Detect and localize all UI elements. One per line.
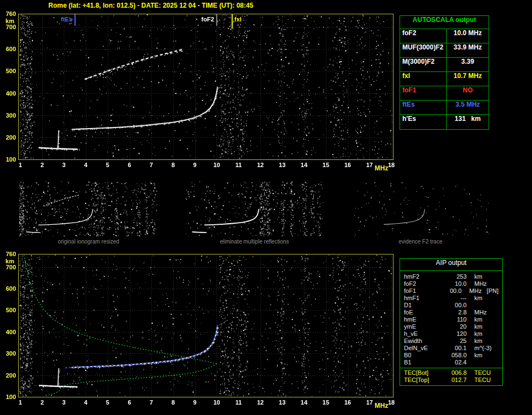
aip-param-unit: MHz xyxy=(474,280,487,287)
aip-row: D100.0 xyxy=(400,302,502,309)
autoscala-param-value: 131 km xyxy=(447,115,489,129)
aip-param-name: h_vE xyxy=(404,330,446,337)
top-ionogram-plot xyxy=(0,10,398,173)
autoscala-param-value: 10.7 MHz xyxy=(447,72,489,86)
aip-param-unit: km xyxy=(474,316,483,323)
bottom-ionogram-plot xyxy=(0,250,398,415)
aip-param-value: 006.8 xyxy=(446,369,467,377)
aip-param-value: 120 xyxy=(446,330,467,337)
aip-param-name: hmF2 xyxy=(404,273,446,280)
aip-param-unit: km xyxy=(474,273,483,280)
aip-param-value: 20 xyxy=(446,323,467,330)
autoscala-row: h'Es131 km xyxy=(400,115,489,129)
aip-param-name: foF2 xyxy=(404,280,446,287)
autoscala-row: M(3000)F23.39 xyxy=(400,58,489,72)
autoscala-table-title: AUTOSCALA output xyxy=(400,16,489,29)
aip-row: DelN_vE00.1m^(-3) xyxy=(400,345,502,352)
aip-param-name: B0 xyxy=(404,352,446,359)
thumbnail-evidence-f2-trace xyxy=(351,181,490,236)
thumbnail-eliminate-reflections xyxy=(185,181,324,236)
autoscala-param-name: fxI xyxy=(400,72,447,86)
aip-row: B0058.0km xyxy=(400,352,502,359)
aip-param-name: ymE xyxy=(404,323,446,330)
aip-param-name: B1 xyxy=(404,359,446,366)
aip-param-name: foE xyxy=(404,309,446,316)
aip-row: foF210.0MHz xyxy=(400,280,502,287)
autoscala-param-value: 3.39 xyxy=(447,58,489,71)
aip-param-name: TEC[Bot] xyxy=(404,369,446,377)
autoscala-param-value: 10.0 MHz xyxy=(447,29,489,43)
autoscala-param-name: foF2 xyxy=(400,29,447,43)
autoscala-param-value: NO xyxy=(447,86,489,100)
autoscala-param-name: h'Es xyxy=(400,115,447,129)
aip-row: hmF1---km xyxy=(400,295,502,302)
aip-param-name: Ewidth xyxy=(404,337,446,345)
aip-param-value: 00.0 xyxy=(442,287,462,295)
aip-row: TEC[Top]012.7TECU xyxy=(400,377,502,384)
aip-param-value: 253 xyxy=(446,273,467,280)
aip-row: B102.4 xyxy=(400,359,502,366)
aip-table-title: AIP output xyxy=(400,259,502,271)
aip-param-value: 012.7 xyxy=(446,377,467,384)
autoscala-row: fxI10.7 MHz xyxy=(400,72,489,86)
autoscala-param-name: M(3000)F2 xyxy=(400,58,447,71)
aip-param-unit: km xyxy=(474,330,483,337)
aip-param-unit: km xyxy=(474,352,483,359)
autoscala-table-rows: foF210.0 MHzMUF(3000)F233.9 MHzM(3000)F2… xyxy=(400,29,489,129)
aip-row: hmE110km xyxy=(400,316,502,323)
aip-row: ymE20km xyxy=(400,323,502,330)
aip-param-value: 00.1 xyxy=(446,345,467,352)
aip-param-name: hmF1 xyxy=(404,295,446,302)
thumbnail-original-ionogram xyxy=(19,181,158,236)
aip-param-name: D1 xyxy=(404,302,446,309)
aip-param-value: 110 xyxy=(446,316,467,323)
autoscala-output-table: AUTOSCALA output foF210.0 MHzMUF(3000)F2… xyxy=(400,15,489,130)
autoscala-row: MUF(3000)F233.9 MHz xyxy=(400,43,489,58)
thumbnail-caption-reflections: eliminate multiple reflections xyxy=(185,239,324,245)
autoscala-row: foF1NO xyxy=(400,86,489,101)
autoscala-row: foF210.0 MHz xyxy=(400,29,489,43)
aip-output-table: AIP output hmF2253kmfoF210.0MHzfoF100.0M… xyxy=(400,258,503,386)
autoscala-param-name: MUF(3000)F2 xyxy=(400,43,447,57)
aip-param-value: 00.0 xyxy=(446,302,467,309)
aip-param-name: hmE xyxy=(404,316,446,323)
autoscala-param-value: 3.5 MHz xyxy=(447,101,489,114)
aip-param-unit: TECU xyxy=(474,377,491,384)
aip-param-unit: m^(-3) xyxy=(474,345,491,352)
aip-param-value: 2.8 xyxy=(446,309,467,316)
aip-param-unit: km xyxy=(474,323,483,330)
aip-table-rows: hmF2253kmfoF210.0MHzfoF100.0MHz [PN]hmF1… xyxy=(400,273,502,384)
aip-param-name: DelN_vE xyxy=(404,345,446,352)
station-date-title: Rome (lat: +41.8, lon: 012.5) - DATE: 20… xyxy=(48,2,253,9)
aip-param-name: foF1 xyxy=(404,287,442,295)
aip-param-value: 02.4 xyxy=(446,359,467,366)
aip-param-unit: km xyxy=(474,295,483,302)
autoscala-param-name: foF1 xyxy=(400,86,447,100)
aip-param-value: --- xyxy=(446,295,467,302)
aip-row: foF100.0MHz [PN] xyxy=(400,287,502,295)
aip-row: hmF2253km xyxy=(400,273,502,280)
aip-row: h_vE120km xyxy=(400,330,502,337)
aip-tec-separator xyxy=(400,368,502,368)
aip-row: TEC[Bot]006.8TECU xyxy=(400,369,502,377)
aip-param-value: 058.0 xyxy=(446,352,467,359)
autoscala-param-name: ftEs xyxy=(400,101,447,114)
aip-param-unit: MHz [PN] xyxy=(469,287,498,295)
aip-param-value: 10.0 xyxy=(446,280,467,287)
aip-param-value: 25 xyxy=(446,337,467,345)
aip-param-name: TEC[Top] xyxy=(404,377,446,384)
autoscala-row: ftEs3.5 MHz xyxy=(400,101,489,115)
aip-param-unit: km xyxy=(474,337,483,345)
autoscala-param-value: 33.9 MHz xyxy=(447,43,489,57)
aip-row: foE2.8MHz xyxy=(400,309,502,316)
aip-row: Ewidth25km xyxy=(400,337,502,345)
autoscala-window: Rome (lat: +41.8, lon: 012.5) - DATE: 20… xyxy=(0,0,532,415)
thumbnail-caption-original: original ionogram resized xyxy=(19,239,158,245)
aip-param-unit: MHz xyxy=(474,309,487,316)
thumbnail-caption-f2trace: evidence F2 trace xyxy=(351,239,490,245)
aip-param-unit: TECU xyxy=(474,369,491,377)
